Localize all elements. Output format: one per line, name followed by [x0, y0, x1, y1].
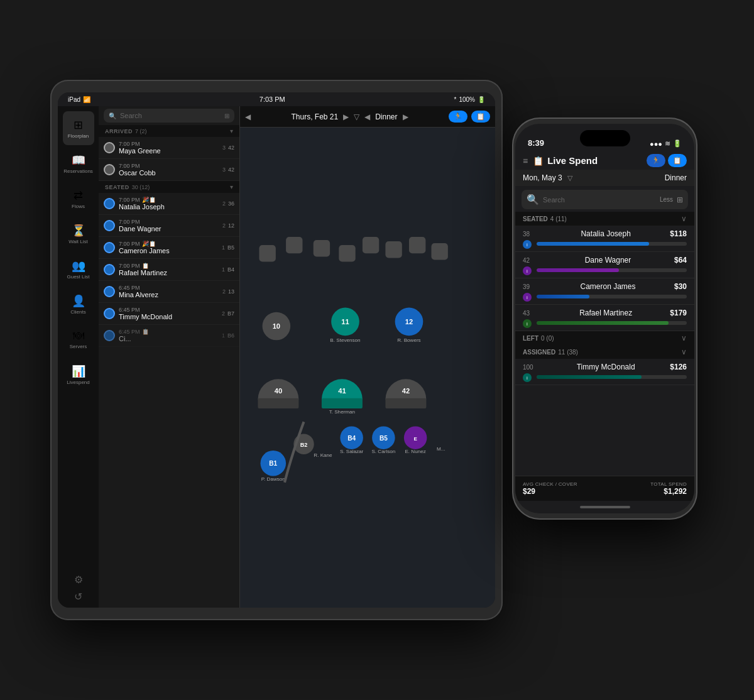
iphone-left-chevron[interactable]: ∨ [681, 334, 687, 342]
spend-amount-rafael: $179 [670, 309, 687, 317]
nav-prev-meal-arrow[interactable]: ◀ [364, 112, 370, 121]
clients-icon: 👤 [72, 294, 85, 308]
iphone-left-count: 0 (0) [541, 335, 554, 342]
res-table-mina: 13 [226, 288, 234, 295]
spend-bar-dane: i [523, 266, 687, 275]
menu-icon[interactable]: ≡ [523, 156, 528, 166]
refresh-icon[interactable]: ↺ [74, 591, 82, 603]
spend-name-cameron: Cameron James [580, 282, 635, 291]
sidebar-item-flows[interactable]: ⇄ Flows [63, 182, 94, 216]
list-icon: 📋 [673, 156, 682, 165]
livespend-icon: 📊 [72, 364, 85, 378]
reservation-item-oscar-cobb[interactable]: 7:00 PM Oscar Cobb 3 42 [99, 159, 239, 181]
sidebar-item-clients[interactable]: 👤 Clients [63, 287, 94, 321]
info-icon-cameron: i [523, 293, 532, 302]
total-spend-stat: TOTAL SPEND $1,292 [650, 481, 687, 496]
fp-table-a3[interactable] [314, 240, 330, 256]
spend-name-timmy: Timmy McDonald [577, 363, 635, 371]
spend-item-rafael[interactable]: 43 Rafael Martinez $179 i [515, 305, 694, 331]
reservation-info-cameron: 7:00 PM 🎉📋 Cameron James [119, 241, 219, 254]
spend-item-cameron[interactable]: 39 Cameron James $30 i [515, 278, 694, 305]
fp-table-a2[interactable] [286, 237, 302, 253]
reservation-time-oscar: 7:00 PM [119, 163, 220, 169]
spend-item-timmy[interactable]: 100 Timmy McDonald $126 i [515, 359, 694, 385]
reservation-time-dane: 7:00 PM [119, 219, 220, 225]
reservation-item-dane[interactable]: 7:00 PM Dane Wagner 2 12 [99, 215, 239, 237]
ipad-screen: iPad 📶 7:03 PM * 100% 🔋 ⊞ Floorplan [58, 92, 495, 608]
table-num-cameron: 39 [523, 283, 538, 290]
sidebar-item-servers[interactable]: 🍽 Servers [63, 322, 94, 356]
iphone-date: Mon, May 3 [523, 173, 562, 182]
spend-item-natalia[interactable]: 38 Natalia Joseph $118 i [515, 226, 694, 252]
scene: iPad 📶 7:03 PM * 100% 🔋 ⊞ Floorplan [31, 42, 723, 658]
arrived-count: 7 (2) [135, 128, 147, 134]
reservation-item-cameron[interactable]: 7:00 PM 🎉📋 Cameron James 1 B5 [99, 237, 239, 259]
header-list-btn[interactable]: 📋 [668, 154, 687, 167]
nav-run-button[interactable]: 🏃 [449, 111, 467, 123]
reservation-item-timmy[interactable]: 6:45 PM Timmy McDonald 2 B7 [99, 303, 239, 325]
fp-table-a1[interactable] [259, 245, 275, 261]
ipad-main-area: ⊞ Floorplan 📖 Reservations ⇄ Flows ⏳ Wai… [58, 106, 495, 608]
seated-chevron[interactable]: ▾ [230, 183, 233, 190]
fp-table-a8[interactable] [432, 243, 448, 260]
fp-table-a4[interactable] [339, 245, 355, 261]
iphone-assigned-chevron[interactable]: ∨ [681, 347, 687, 356]
sidebar-item-waitlist[interactable]: ⏳ Wait List [63, 217, 94, 251]
iphone-filter-icon[interactable]: ▽ [567, 174, 572, 182]
reservation-item-rafael[interactable]: 7:00 PM 📋 Rafael Martinez 1 B4 [99, 259, 239, 281]
reservation-item-last[interactable]: 6:45 PM 📋 Ci... 1 B6 [99, 325, 239, 347]
spend-item-dane[interactable]: 42 Dane Wagner $64 i [515, 252, 694, 278]
seated-title: SEATED [105, 184, 129, 190]
reservation-item-mina[interactable]: 6:45 PM Mina Alverez 2 13 [99, 281, 239, 303]
spend-name-dane: Dane Wagner [585, 256, 631, 265]
table-num-rafael: 43 [523, 310, 538, 317]
ipad-search-input[interactable]: Search [120, 112, 142, 119]
iphone-assigned-title: ASSIGNED [523, 349, 555, 356]
arrived-chevron[interactable]: ▾ [230, 128, 233, 134]
fp-table-a5[interactable] [363, 237, 379, 253]
nav-list-button[interactable]: 📋 [471, 111, 490, 123]
seated-icon-cameron [104, 242, 115, 253]
svg-text:B. Stevenson: B. Stevenson [330, 337, 360, 343]
filter-icon[interactable]: ⊞ [224, 112, 229, 119]
seated-icon-mina [104, 286, 115, 297]
sidebar-item-livespend[interactable]: 📊 Livespend [63, 358, 94, 391]
iphone-search-bar[interactable]: 🔍 Search Less ⊞ [522, 190, 688, 209]
nav-prev-arrow[interactable]: ◀ [245, 112, 251, 121]
seated-icon-dane [104, 220, 115, 231]
svg-text:41: 41 [338, 387, 346, 395]
iphone-less-label[interactable]: Less [660, 196, 673, 203]
header-run-btn[interactable]: 🏃 [647, 154, 665, 167]
servers-icon: 🍽 [73, 329, 84, 342]
nav-next-meal-arrow[interactable]: ▶ [403, 112, 408, 121]
sidebar-item-floorplan[interactable]: ⊞ Floorplan [63, 111, 94, 145]
reservation-item-natalia[interactable]: 7:00 PM 🎉📋 Natalia Joseph 2 36 [99, 193, 239, 215]
fp-table-a6[interactable] [385, 241, 402, 258]
iphone-title: Live Spend [547, 155, 647, 166]
sidebar-item-reservations[interactable]: 📖 Reservations [63, 146, 94, 180]
sidebar-floorplan-label: Floorplan [68, 133, 89, 139]
spend-amount-cameron: $30 [674, 282, 687, 291]
signal-icon: ●●● [650, 140, 662, 148]
reservation-info-mina: 6:45 PM Mina Alverez [119, 285, 220, 298]
res-table-maya: 42 [226, 145, 234, 151]
nav-filter-icon[interactable]: ▽ [354, 112, 359, 121]
ipad-search-bar[interactable]: 🔍 Search ⊞ [104, 109, 234, 123]
iphone-time: 8:39 [528, 138, 544, 148]
emoji-cameron: 🎉📋 [142, 241, 156, 247]
iphone-seated-chevron[interactable]: ∨ [681, 214, 687, 223]
iphone-assigned-header: ASSIGNED 11 (38) ∨ [515, 345, 694, 359]
spend-name-natalia: Natalia Joseph [581, 229, 630, 238]
sidebar-item-guestlist[interactable]: 👥 Guest List [63, 252, 94, 286]
spend-amount-timmy: $126 [670, 363, 687, 371]
seated-section-header: SEATED 30 (12) ▾ [99, 181, 239, 193]
book-icon: 📖 [72, 153, 85, 167]
spend-row-rafael: 43 Rafael Martinez $179 [523, 309, 687, 317]
fp-table-a7[interactable] [409, 237, 425, 253]
reservation-name-dane: Dane Wagner [119, 225, 220, 232]
nav-next-arrow[interactable]: ▶ [343, 112, 349, 121]
gear-icon[interactable]: ⚙ [74, 574, 83, 586]
iphone-search-input[interactable]: Search [543, 196, 656, 204]
reservation-item-maya-greene[interactable]: 7:00 PM Maya Greene 3 42 [99, 137, 239, 159]
iphone-filter-btn[interactable]: ⊞ [677, 195, 683, 204]
